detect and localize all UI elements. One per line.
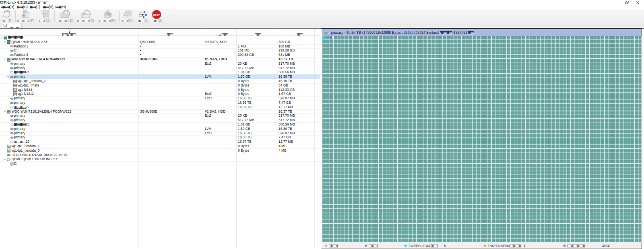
- svg-text:STOP: STOP: [153, 13, 160, 16]
